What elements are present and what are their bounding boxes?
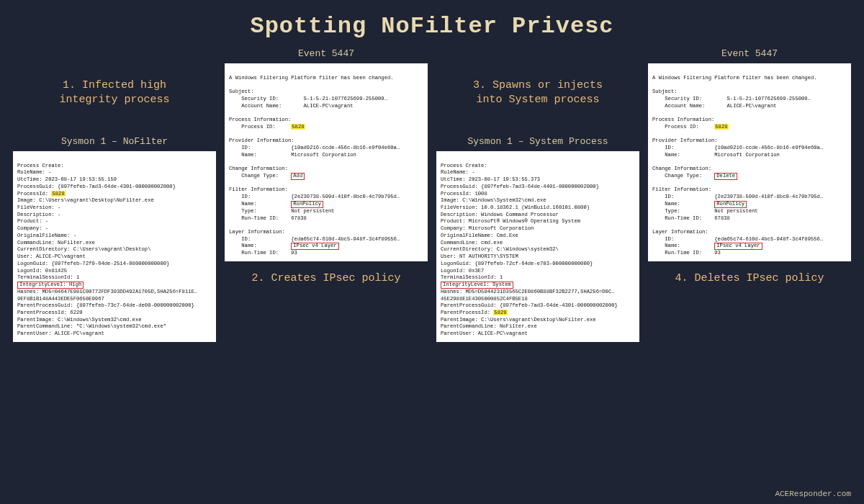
sysmon1-header: Process Create:	[17, 163, 64, 168]
ev-add-changetype: Add	[291, 173, 305, 180]
sysmon1-ppguid: {897fefeb-73c7-64de-de00-000000002000}	[76, 302, 194, 308]
column-3: 3. Spawns or injects into System process…	[436, 44, 639, 342]
ev-add-layerid: {eda65c74-610d-4bc5-948f-3c4f89556…	[291, 236, 400, 242]
sysmon2-description: Windows Command Processor	[481, 212, 559, 217]
sysmon2-header: Process Create:	[441, 163, 487, 168]
ev-del-acct: ALICE-PC\vagrant	[727, 103, 777, 109]
ev-add-provname: Microsoft Corporation	[291, 152, 356, 158]
sysmon2-utctime: 2023-08-17 19:53:55.373	[469, 176, 540, 182]
step-4-label: 4. Deletes IPsec policy	[648, 271, 851, 302]
sysmon2-panel: Process Create: RuleName: - UtcTime: 202…	[436, 151, 639, 342]
step-1-label: 1. Infected high integrity process	[13, 78, 216, 109]
content-grid: 1. Infected high integrity process Sysmo…	[0, 44, 864, 342]
sysmon1-title: Sysmon 1 – NoFilter	[13, 136, 216, 147]
sysmon1-company: -	[45, 225, 48, 231]
sysmon2-fileversion: 10.0.18362.1 (WinBuild.160101.0800)	[481, 204, 590, 210]
sysmon1-pcmdline: "C:\Windows\system32\cmd.exe"	[76, 323, 166, 329]
ev-add-provid: {10ad9216-ccde-456c-8b16-e9f04e60a…	[291, 145, 400, 150]
sysmon1-processid: 5828	[51, 191, 65, 197]
step-2-label: 2. Creates IPsec policy	[225, 271, 428, 302]
ev-add-pid: 5828	[291, 124, 305, 130]
sysmon2-company: Microsoft Corporation	[469, 225, 534, 231]
ev-add-filtrtid: 67838	[291, 215, 307, 221]
column-2: Event 5447 A Windows Filtering Platform …	[225, 44, 428, 342]
ev-del-layerrtid: 93	[714, 250, 721, 256]
sysmon1-logonid: 0x81425	[45, 268, 67, 274]
ev-add-filttype: Not persistent	[291, 208, 334, 214]
sysmon1-panel: Process Create: RuleName: - UtcTime: 202…	[13, 151, 216, 342]
column-4: Event 5447 A Windows Filtering Platform …	[648, 44, 851, 342]
event5447-add-panel: A Windows Filtering Platform filter has …	[225, 63, 428, 261]
sysmon2-puser: ALICE-PC\vagrant	[478, 330, 528, 336]
ev-del-filtid: {2e239738-599d-410f-8bc0-4c79b795d…	[714, 194, 823, 199]
sysmon1-logonguid: {897fefeb-72f9-64de-2514-080000000000}	[51, 261, 169, 266]
sysmon2-title: Sysmon 1 – System Process	[436, 136, 639, 147]
sysmon2-user: NT AUTHORITY\SYSTEM	[459, 253, 518, 259]
sysmon2-pcmdline: NoFilter.exe	[500, 323, 537, 329]
sysmon1-integrity-box: IntegrityLevel: High	[17, 282, 84, 289]
ev-del-filtname: RonPolicy	[714, 201, 747, 208]
sysmon1-rulename: -	[48, 169, 51, 175]
ev-del-header: A Windows Filtering Platform filter has …	[652, 75, 817, 81]
sysmon2-ppguid: {897fefeb-7ad3-64de-4301-000000002000}	[500, 302, 618, 308]
sysmon1-ppid: 6220	[70, 310, 82, 315]
sysmon1-hashes: MD5=04647E981C00772FDF393DD492A1705D,SHA…	[17, 289, 197, 302]
sysmon1-curdir: C:\Users\vagrant\Desktop\	[73, 246, 151, 252]
sysmon2-cmdline: cmd.exe	[481, 240, 503, 246]
ev-add-acct: ALICE-PC\vagrant	[304, 103, 354, 109]
ev-add-layername: IPsec v4 Layer	[291, 243, 338, 250]
sysmon2-ppid: 5828	[493, 310, 507, 315]
sysmon2-logonguid: {897fefeb-72cf-64de-e703-000000000000}	[474, 261, 593, 266]
sysmon2-product: Microsoft® Windows® Operating System	[469, 218, 580, 224]
sysmon2-image: C:\Windows\System32\cmd.exe	[462, 197, 546, 203]
ev-del-layername: IPsec v4 Layer	[714, 243, 762, 250]
sysmon1-cmdline: NoFilter.exe	[58, 240, 95, 246]
sysmon2-processid: 1008	[474, 191, 487, 197]
sysmon1-product: -	[45, 218, 48, 224]
sysmon2-logonid: 0x3E7	[469, 268, 485, 274]
ev-del-filtrtid: 67838	[714, 215, 730, 221]
sysmon1-origfile: -	[73, 233, 76, 238]
sysmon1-description: -	[58, 212, 60, 217]
sysmon2-integrity-box: IntegrityLevel: System	[441, 282, 513, 289]
ev-del-changetype: Delete	[714, 173, 737, 180]
sysmon2-hashes: MD5=D5944231D3565C2E0860B88BF32B2277,SHA…	[441, 289, 615, 302]
sysmon2-termsess: 1	[500, 274, 503, 280]
event5447-del-title: Event 5447	[648, 48, 851, 59]
sysmon2-origfile: Cmd.Exe	[497, 233, 518, 238]
sysmon1-processguid: {897fefeb-7ad3-64de-4301-000000002000}	[58, 184, 176, 189]
footer-credit: ACEResponder.com	[775, 490, 851, 498]
sysmon2-pimage: C:\Users\vagrant\Desktop\NoFilter.exe	[481, 317, 596, 323]
sysmon2-curdir: C:\Windows\system32\	[497, 246, 559, 252]
ev-del-provid: {10ad9216-ccde-456c-8b16-e9f04e60a…	[714, 145, 823, 150]
sysmon1-puser: ALICE-PC\vagrant	[55, 330, 104, 336]
ev-del-secid: S-1-5-21-1077625699-255009…	[727, 96, 811, 102]
event5447-add-title: Event 5447	[225, 48, 428, 59]
ev-del-pid: 5828	[714, 124, 728, 130]
sysmon1-integrity: High	[69, 282, 81, 287]
sysmon1-user: ALICE-PC\vagrant	[36, 253, 86, 259]
ev-del-provname: Microsoft Corporation	[714, 152, 780, 158]
sysmon1-fileversion: -	[58, 204, 60, 210]
sysmon1-image: C:\Users\vagrant\Desktop\NoFilter.exe	[39, 197, 154, 203]
ev-add-header: A Windows Filtering Platform filter has …	[229, 75, 394, 81]
ev-add-filtname: RonPolicy	[291, 201, 323, 208]
sysmon1-pimage: C:\Windows\System32\cmd.exe	[58, 317, 141, 323]
step-3-label: 3. Spawns or injects into System process	[436, 78, 639, 109]
sysmon2-integrity: System	[492, 282, 511, 287]
ev-add-secid: S-1-5-21-1077625699-255009…	[304, 96, 387, 102]
sysmon2-processguid: {897fefeb-7ad3-64de-4401-000000002000}	[481, 184, 599, 189]
ev-del-filttype: Not persistent	[714, 208, 757, 214]
sysmon2-rulename: -	[472, 169, 474, 175]
ev-add-filtid: {2e239738-599d-410f-8bc0-4c79b795d…	[291, 194, 400, 199]
sysmon1-utctime: 2023-08-17 19:53:55.159	[45, 176, 117, 182]
event5447-del-panel: A Windows Filtering Platform filter has …	[648, 63, 851, 261]
ev-add-layerrtid: 93	[291, 250, 297, 256]
column-1: 1. Infected high integrity process Sysmo…	[13, 44, 216, 342]
page-title: Spotting NoFilter Privesc	[0, 0, 864, 44]
sysmon1-termsess: 1	[76, 274, 79, 280]
ev-del-layerid: {eda65c74-610d-4bc5-948f-3c4f89556…	[714, 236, 823, 242]
